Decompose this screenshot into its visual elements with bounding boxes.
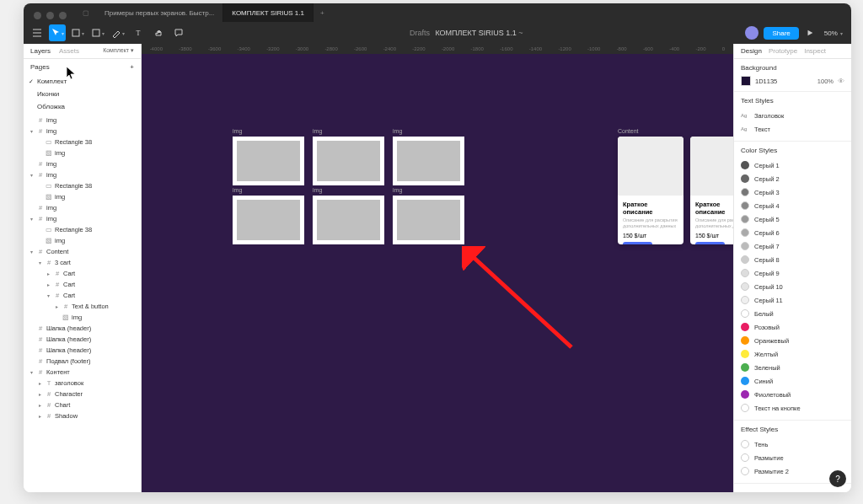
tab-inspect[interactable]: Inspect [804, 47, 826, 55]
pen-tool[interactable]: ▾ [110, 24, 126, 41]
tab-file[interactable]: КОМПЛЕКТ SIRIUS 1.1 [223, 3, 314, 22]
layer-item[interactable]: ▸#Shadow [24, 410, 141, 421]
layer-item[interactable]: #img [24, 115, 141, 126]
page-item[interactable]: Иконки [24, 88, 141, 100]
tab-file[interactable]: Примеры первых экранов. Быстр... [96, 3, 223, 22]
content-card[interactable]: Краткое описание Описание для раскрытия … [618, 137, 683, 244]
color-style-item[interactable]: Желтый [741, 347, 844, 361]
frame-label-img[interactable]: img [233, 128, 242, 134]
content-card[interactable]: Краткое описание Описание для раскрытия … [690, 137, 733, 244]
color-style-item[interactable]: Серый 2 [741, 172, 844, 185]
layer-item[interactable]: ▸#Character [24, 389, 141, 399]
maximize-icon[interactable] [59, 12, 67, 19]
img-frame[interactable] [393, 196, 464, 244]
card-button[interactable]: Купить [623, 242, 652, 244]
help-button[interactable]: ? [829, 470, 846, 487]
layer-item[interactable]: ▸#Cart [24, 279, 141, 290]
layer-item[interactable]: ▭Rectangle 38 [24, 180, 141, 191]
zoom-dropdown[interactable]: 50% ▾ [821, 29, 846, 37]
img-frame[interactable] [393, 137, 464, 185]
share-button[interactable]: Share [764, 27, 798, 40]
layer-item[interactable]: #Шапка (header) [24, 323, 141, 334]
layer-item[interactable]: ▸Tзаголовок [24, 378, 141, 389]
add-page-button[interactable]: + [130, 63, 134, 71]
color-style-item[interactable]: Серый 7 [741, 239, 844, 253]
frame-label-img[interactable]: img [313, 128, 322, 134]
color-style-item[interactable]: Серый 6 [741, 226, 844, 239]
layer-item[interactable]: #Шапка (header) [24, 345, 141, 356]
page-title[interactable]: Drafts КОМПЛЕКТ SIRIUS 1.1 ~ [410, 29, 523, 37]
layer-item[interactable]: ▸#Cart [24, 268, 141, 279]
text-style-item[interactable]: Текст [741, 122, 844, 136]
img-frame[interactable] [313, 196, 384, 244]
frame-label-img[interactable]: img [393, 187, 402, 193]
close-icon[interactable] [34, 12, 41, 19]
layer-item[interactable]: #Шапка (header) [24, 334, 141, 345]
img-frame[interactable] [233, 196, 304, 244]
frame-label-img[interactable]: img [313, 187, 322, 193]
page-selector[interactable]: Комплект ▾ [103, 47, 134, 55]
color-style-item[interactable]: Серый 3 [741, 185, 844, 199]
layer-item[interactable]: ▾#img [24, 213, 141, 224]
background-hex[interactable]: 1D1135 [755, 78, 813, 85]
avatar[interactable] [745, 26, 758, 40]
color-style-item[interactable]: Розовый [741, 320, 844, 334]
layer-item[interactable]: ▸#Chart [24, 399, 141, 410]
tab-prototype[interactable]: Prototype [769, 47, 797, 55]
effect-style-item[interactable]: Размытие [741, 451, 844, 464]
layer-item[interactable]: ▭Rectangle 38 [24, 224, 141, 235]
layer-item[interactable]: ▾#3 cart [24, 257, 141, 268]
layer-item[interactable]: #Подвал (footer) [24, 356, 141, 367]
layer-item[interactable]: ▾#Cart [24, 290, 141, 301]
card-button[interactable]: Купить [695, 242, 725, 244]
img-frame[interactable] [313, 137, 384, 185]
tab-assets[interactable]: Assets [59, 47, 79, 55]
layer-item[interactable]: ▧img [24, 191, 141, 202]
color-style-item[interactable]: Фиолетовый [741, 388, 844, 401]
layer-item[interactable]: ▧img [24, 147, 141, 158]
color-style-item[interactable]: Текст на кнопке [741, 401, 844, 415]
page-item[interactable]: Обложка [24, 100, 141, 113]
layer-item[interactable]: ▭Rectangle 38 [24, 137, 141, 147]
background-swatch[interactable] [741, 76, 751, 86]
layer-item[interactable]: ▾#img [24, 169, 141, 180]
layer-item[interactable]: ▸#Text & button [24, 301, 141, 312]
color-style-item[interactable]: Серый 8 [741, 253, 844, 266]
text-tool[interactable]: T [130, 24, 147, 41]
layer-item[interactable]: ▧img [24, 312, 141, 323]
color-style-item[interactable]: Серый 11 [741, 293, 844, 307]
layer-item[interactable]: ▾#img [24, 126, 141, 137]
layer-item[interactable]: ▧img [24, 235, 141, 246]
color-style-item[interactable]: Серый 5 [741, 212, 844, 226]
color-style-item[interactable]: Серый 9 [741, 266, 844, 280]
img-frame[interactable] [233, 137, 304, 185]
color-style-item[interactable]: Оранжевый [741, 334, 844, 347]
present-icon[interactable] [804, 27, 816, 39]
shape-tool[interactable]: ▾ [89, 24, 106, 41]
move-tool[interactable]: ▾ [49, 24, 66, 41]
tab-design[interactable]: Design [741, 47, 762, 55]
layer-item[interactable]: ▾#Content [24, 246, 141, 257]
color-style-item[interactable]: Синий [741, 374, 844, 388]
background-opacity[interactable]: 100% [817, 78, 834, 85]
color-style-item[interactable]: Серый 1 [741, 158, 844, 172]
layer-item[interactable]: #img [24, 158, 141, 169]
visibility-icon[interactable]: 👁 [838, 78, 844, 85]
tab-layers[interactable]: Layers [30, 47, 51, 55]
comment-tool[interactable] [170, 24, 187, 41]
frame-label-img[interactable]: img [233, 187, 242, 193]
new-tab-button[interactable]: + [314, 9, 331, 17]
menu-icon[interactable] [29, 24, 46, 41]
color-style-item[interactable]: Белый [741, 307, 844, 320]
page-item[interactable]: Комплект [24, 75, 141, 88]
minimize-icon[interactable] [46, 12, 54, 19]
layer-item[interactable]: #img [24, 202, 141, 213]
canvas[interactable]: -4000-3800-3600-3400-3200-3000-2800-2600… [142, 44, 733, 492]
color-style-item[interactable]: Зеленый [741, 361, 844, 374]
layer-item[interactable]: ▾#Контент [24, 367, 141, 378]
color-style-item[interactable]: Серый 4 [741, 199, 844, 212]
text-style-item[interactable]: Заголовок [741, 109, 844, 122]
frame-tool[interactable]: ▾ [69, 24, 86, 41]
color-style-item[interactable]: Серый 10 [741, 280, 844, 293]
frame-label-content[interactable]: Content [618, 128, 639, 134]
